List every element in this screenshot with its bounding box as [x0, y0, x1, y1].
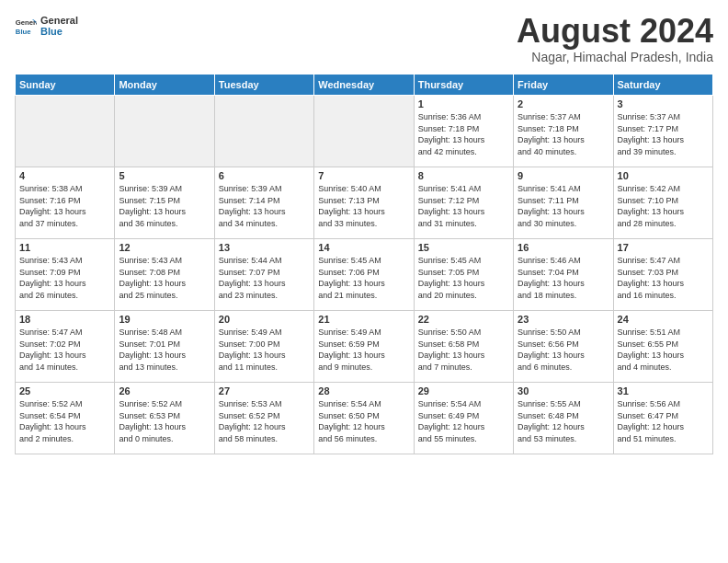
- table-cell: 13Sunrise: 5:44 AM Sunset: 7:07 PM Dayli…: [214, 239, 313, 311]
- day-info: Sunrise: 5:47 AM Sunset: 7:03 PM Dayligh…: [618, 255, 709, 301]
- logo-icon: General Blue: [15, 15, 37, 37]
- day-info: Sunrise: 5:52 AM Sunset: 6:53 PM Dayligh…: [119, 398, 210, 444]
- day-info: Sunrise: 5:53 AM Sunset: 6:52 PM Dayligh…: [219, 398, 310, 444]
- table-cell: 14Sunrise: 5:45 AM Sunset: 7:06 PM Dayli…: [314, 239, 414, 311]
- week-row-1: 1Sunrise: 5:36 AM Sunset: 7:18 PM Daylig…: [16, 96, 713, 167]
- calendar-table: Sunday Monday Tuesday Wednesday Thursday…: [15, 74, 713, 454]
- day-info: Sunrise: 5:45 AM Sunset: 7:06 PM Dayligh…: [318, 255, 409, 301]
- day-info: Sunrise: 5:40 AM Sunset: 7:13 PM Dayligh…: [318, 183, 409, 229]
- table-cell: 7Sunrise: 5:40 AM Sunset: 7:13 PM Daylig…: [314, 167, 414, 239]
- table-cell: [115, 96, 214, 167]
- table-cell: 9Sunrise: 5:41 AM Sunset: 7:11 PM Daylig…: [514, 167, 613, 239]
- col-thursday: Thursday: [414, 75, 513, 96]
- day-info: Sunrise: 5:43 AM Sunset: 7:09 PM Dayligh…: [19, 255, 110, 301]
- day-info: Sunrise: 5:49 AM Sunset: 6:59 PM Dayligh…: [318, 327, 409, 373]
- svg-text:Blue: Blue: [16, 28, 31, 36]
- location: Nagar, Himachal Pradesh, India: [517, 50, 713, 64]
- table-cell: [314, 96, 414, 167]
- table-cell: 2Sunrise: 5:37 AM Sunset: 7:18 PM Daylig…: [514, 96, 613, 167]
- day-number: 8: [418, 170, 509, 181]
- day-info: Sunrise: 5:41 AM Sunset: 7:12 PM Dayligh…: [418, 183, 509, 229]
- table-cell: 1Sunrise: 5:36 AM Sunset: 7:18 PM Daylig…: [414, 96, 513, 167]
- col-monday: Monday: [115, 75, 214, 96]
- day-info: Sunrise: 5:48 AM Sunset: 7:01 PM Dayligh…: [119, 327, 210, 373]
- day-info: Sunrise: 5:52 AM Sunset: 6:54 PM Dayligh…: [19, 398, 110, 444]
- table-cell: 6Sunrise: 5:39 AM Sunset: 7:14 PM Daylig…: [214, 167, 313, 239]
- table-cell: 8Sunrise: 5:41 AM Sunset: 7:12 PM Daylig…: [414, 167, 513, 239]
- day-number: 29: [418, 385, 509, 396]
- day-info: Sunrise: 5:41 AM Sunset: 7:11 PM Dayligh…: [518, 183, 609, 229]
- day-number: 30: [518, 385, 609, 396]
- day-number: 9: [518, 170, 609, 181]
- day-info: Sunrise: 5:39 AM Sunset: 7:14 PM Dayligh…: [219, 183, 310, 229]
- month-title: August 2024: [517, 15, 713, 48]
- day-info: Sunrise: 5:37 AM Sunset: 7:17 PM Dayligh…: [618, 111, 709, 157]
- table-cell: 5Sunrise: 5:39 AM Sunset: 7:15 PM Daylig…: [115, 167, 214, 239]
- day-number: 11: [19, 242, 110, 253]
- day-number: 25: [19, 385, 110, 396]
- day-info: Sunrise: 5:56 AM Sunset: 6:47 PM Dayligh…: [618, 398, 709, 444]
- table-cell: 21Sunrise: 5:49 AM Sunset: 6:59 PM Dayli…: [314, 311, 414, 383]
- table-cell: 26Sunrise: 5:52 AM Sunset: 6:53 PM Dayli…: [115, 383, 214, 454]
- col-wednesday: Wednesday: [314, 75, 414, 96]
- logo-general: General: [40, 15, 78, 26]
- day-number: 14: [318, 242, 409, 253]
- logo-text: General Blue: [40, 15, 78, 37]
- day-info: Sunrise: 5:42 AM Sunset: 7:10 PM Dayligh…: [618, 183, 709, 229]
- day-number: 18: [19, 314, 110, 325]
- day-info: Sunrise: 5:50 AM Sunset: 6:56 PM Dayligh…: [518, 327, 609, 373]
- table-cell: 16Sunrise: 5:46 AM Sunset: 7:04 PM Dayli…: [514, 239, 613, 311]
- day-info: Sunrise: 5:38 AM Sunset: 7:16 PM Dayligh…: [19, 183, 110, 229]
- day-number: 7: [318, 170, 409, 181]
- day-number: 27: [219, 385, 310, 396]
- table-cell: 18Sunrise: 5:47 AM Sunset: 7:02 PM Dayli…: [16, 311, 115, 383]
- table-cell: 24Sunrise: 5:51 AM Sunset: 6:55 PM Dayli…: [613, 311, 712, 383]
- table-cell: 30Sunrise: 5:55 AM Sunset: 6:48 PM Dayli…: [514, 383, 613, 454]
- day-number: 23: [518, 314, 609, 325]
- day-info: Sunrise: 5:54 AM Sunset: 6:50 PM Dayligh…: [318, 398, 409, 444]
- day-number: 28: [318, 385, 409, 396]
- table-cell: 15Sunrise: 5:45 AM Sunset: 7:05 PM Dayli…: [414, 239, 513, 311]
- col-sunday: Sunday: [16, 75, 115, 96]
- header-row: Sunday Monday Tuesday Wednesday Thursday…: [16, 75, 713, 96]
- table-cell: 27Sunrise: 5:53 AM Sunset: 6:52 PM Dayli…: [214, 383, 313, 454]
- table-cell: 20Sunrise: 5:49 AM Sunset: 7:00 PM Dayli…: [214, 311, 313, 383]
- day-number: 15: [418, 242, 509, 253]
- day-info: Sunrise: 5:55 AM Sunset: 6:48 PM Dayligh…: [518, 398, 609, 444]
- day-number: 3: [618, 98, 709, 109]
- day-info: Sunrise: 5:54 AM Sunset: 6:49 PM Dayligh…: [418, 398, 509, 444]
- table-cell: 10Sunrise: 5:42 AM Sunset: 7:10 PM Dayli…: [613, 167, 712, 239]
- table-cell: 28Sunrise: 5:54 AM Sunset: 6:50 PM Dayli…: [314, 383, 414, 454]
- logo-blue: Blue: [40, 26, 78, 37]
- table-cell: 12Sunrise: 5:43 AM Sunset: 7:08 PM Dayli…: [115, 239, 214, 311]
- day-info: Sunrise: 5:49 AM Sunset: 7:00 PM Dayligh…: [219, 327, 310, 373]
- day-number: 16: [518, 242, 609, 253]
- table-cell: 23Sunrise: 5:50 AM Sunset: 6:56 PM Dayli…: [514, 311, 613, 383]
- table-cell: 31Sunrise: 5:56 AM Sunset: 6:47 PM Dayli…: [613, 383, 712, 454]
- day-info: Sunrise: 5:37 AM Sunset: 7:18 PM Dayligh…: [518, 111, 609, 157]
- day-number: 26: [119, 385, 210, 396]
- col-tuesday: Tuesday: [214, 75, 313, 96]
- col-saturday: Saturday: [613, 75, 712, 96]
- table-cell: [16, 96, 115, 167]
- day-info: Sunrise: 5:36 AM Sunset: 7:18 PM Dayligh…: [418, 111, 509, 157]
- day-number: 6: [219, 170, 310, 181]
- week-row-3: 11Sunrise: 5:43 AM Sunset: 7:09 PM Dayli…: [16, 239, 713, 311]
- day-number: 31: [618, 385, 709, 396]
- day-info: Sunrise: 5:47 AM Sunset: 7:02 PM Dayligh…: [19, 327, 110, 373]
- day-info: Sunrise: 5:51 AM Sunset: 6:55 PM Dayligh…: [618, 327, 709, 373]
- week-row-2: 4Sunrise: 5:38 AM Sunset: 7:16 PM Daylig…: [16, 167, 713, 239]
- day-number: 2: [518, 98, 609, 109]
- day-info: Sunrise: 5:46 AM Sunset: 7:04 PM Dayligh…: [518, 255, 609, 301]
- day-number: 4: [19, 170, 110, 181]
- table-cell: 17Sunrise: 5:47 AM Sunset: 7:03 PM Dayli…: [613, 239, 712, 311]
- day-info: Sunrise: 5:44 AM Sunset: 7:07 PM Dayligh…: [219, 255, 310, 301]
- day-number: 19: [119, 314, 210, 325]
- table-cell: 29Sunrise: 5:54 AM Sunset: 6:49 PM Dayli…: [414, 383, 513, 454]
- day-number: 20: [219, 314, 310, 325]
- table-cell: 19Sunrise: 5:48 AM Sunset: 7:01 PM Dayli…: [115, 311, 214, 383]
- page-container: General Blue General Blue August 2024 Na…: [0, 0, 728, 462]
- table-cell: [214, 96, 313, 167]
- day-number: 24: [618, 314, 709, 325]
- title-area: August 2024 Nagar, Himachal Pradesh, Ind…: [517, 15, 713, 64]
